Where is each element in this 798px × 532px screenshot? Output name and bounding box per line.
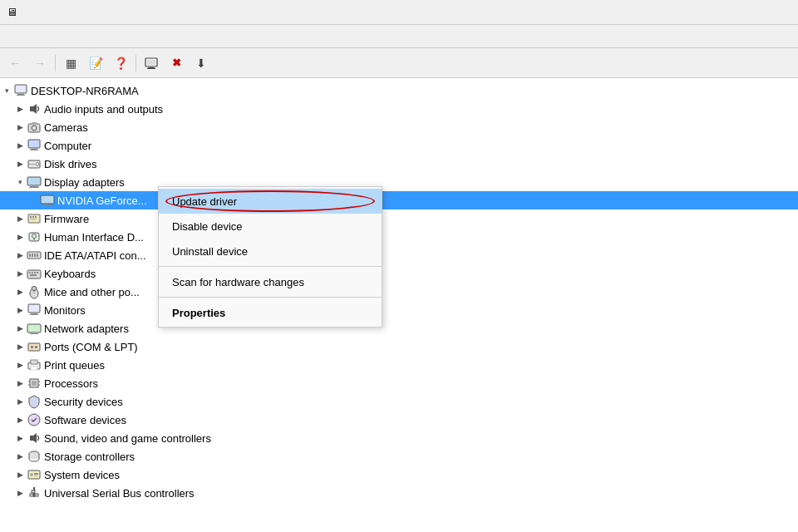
tree-item-systemdevices[interactable]: ▶ System devices xyxy=(0,466,798,484)
properties-button[interactable]: 📝 xyxy=(84,52,107,74)
tree-expand-monitors[interactable]: ▶ xyxy=(13,303,27,317)
menu-help[interactable] xyxy=(53,33,70,40)
menu-action[interactable] xyxy=(20,33,37,40)
tree-label-processors: Processors xyxy=(44,377,98,390)
svg-rect-24 xyxy=(30,216,32,218)
tree-icon-sound xyxy=(27,431,42,446)
menu-bar xyxy=(0,25,798,48)
ctx-item-disable-device[interactable]: Disable device xyxy=(159,214,382,239)
scan-button[interactable]: ⬇ xyxy=(190,52,213,74)
svg-rect-6 xyxy=(17,95,25,96)
tree-expand-ports[interactable]: ▶ xyxy=(13,340,27,353)
tree-expand-ide[interactable]: ▶ xyxy=(13,249,27,262)
forward-button[interactable]: → xyxy=(28,52,52,74)
uninstall-button[interactable]: ✖ xyxy=(165,52,188,74)
tree-item-ports[interactable]: ▶ Ports (COM & LPT) xyxy=(0,337,798,356)
tree-expand-hid[interactable]: ▶ xyxy=(13,230,27,244)
toolbar-separator-1 xyxy=(55,55,56,71)
tree-item-security[interactable]: ▶ Security devices xyxy=(0,392,798,411)
tree-label-security: Security devices xyxy=(44,396,123,408)
tree-item-ide[interactable]: ▶ IDE ATA/ATAPI con... xyxy=(0,246,798,264)
tree-item-network[interactable]: ▶ Network adapters xyxy=(0,319,798,337)
tree-icon-computer xyxy=(27,138,42,153)
tree-expand-sound[interactable]: ▶ xyxy=(13,431,27,445)
tree-icon-software xyxy=(27,412,42,427)
tree-item-computer[interactable]: ▶ Computer xyxy=(0,136,798,155)
tree-item-keyboards[interactable]: ▶ Keyboards xyxy=(0,264,798,283)
tree-item-displayadapters[interactable]: ▾ Display adapters xyxy=(0,173,798,191)
tree-item-cameras[interactable]: ▶ Cameras xyxy=(0,118,798,136)
tree-item-processors[interactable]: ▶ Processors xyxy=(0,374,798,392)
tree-expand-nvidia[interactable] xyxy=(27,194,40,207)
tree-icon-network xyxy=(27,321,42,336)
tree-item-sound[interactable]: ▶ Sound, video and game controllers xyxy=(0,429,798,447)
ctx-separator-uninstall-device xyxy=(159,266,382,267)
tree-label-diskdrives: Disk drives xyxy=(44,158,97,170)
tree-item-diskdrives[interactable]: ▶ Disk drives xyxy=(0,155,798,173)
svg-rect-41 xyxy=(30,274,37,276)
tree-item-firmware[interactable]: ▶ Firmware xyxy=(0,209,798,228)
update-driver-button[interactable] xyxy=(140,52,163,74)
tree-expand-mice[interactable]: ▶ xyxy=(13,285,27,298)
tree-expand-network[interactable]: ▶ xyxy=(13,322,27,335)
tree-label-software: Software devices xyxy=(44,414,126,426)
tree-item-audio[interactable]: ▶ Audio inputs and outputs xyxy=(0,100,798,118)
svg-rect-45 xyxy=(28,304,40,313)
tree-expand-root[interactable]: ▾ xyxy=(0,84,13,97)
tree-item-printqueues[interactable]: ▶ Print queues xyxy=(0,356,798,374)
tree-expand-computer[interactable]: ▶ xyxy=(13,139,27,152)
tree-panel[interactable]: ▾ DESKTOP-NR6RAMA ▶ Audio inputs and out… xyxy=(0,78,798,532)
tree-expand-security[interactable]: ▶ xyxy=(13,395,27,408)
tree-item-hid[interactable]: ▶ Human Interface D... xyxy=(0,228,798,246)
back-button[interactable]: ← xyxy=(3,52,27,74)
tree-label-sound: Sound, video and game controllers xyxy=(44,432,211,445)
tree-icon-diskdrives xyxy=(27,156,42,171)
tree-icon-processors xyxy=(27,376,42,391)
tree-item-storage[interactable]: ▶ Storage controllers xyxy=(0,447,798,466)
menu-view[interactable] xyxy=(37,33,53,40)
tree-item-root[interactable]: ▾ DESKTOP-NR6RAMA xyxy=(0,81,798,100)
tree-expand-diskdrives[interactable]: ▶ xyxy=(13,157,27,170)
svg-rect-34 xyxy=(34,254,36,257)
tree-expand-cameras[interactable]: ▶ xyxy=(13,121,27,134)
tree-expand-firmware[interactable]: ▶ xyxy=(13,212,27,225)
ctx-item-scan[interactable]: Scan for hardware changes xyxy=(159,269,382,294)
svg-marker-7 xyxy=(30,104,37,114)
ctx-item-update-driver[interactable]: Update driver xyxy=(159,189,382,214)
svg-rect-4 xyxy=(15,85,27,93)
tree-item-usb[interactable]: ▶ Universal Serial Bus controllers xyxy=(0,484,798,502)
svg-rect-2 xyxy=(147,68,155,69)
tree-expand-audio[interactable]: ▶ xyxy=(13,102,27,116)
tree-item-monitors[interactable]: ▶ Monitors xyxy=(0,301,798,319)
context-menu: Update driverDisable deviceUninstall dev… xyxy=(158,186,382,328)
tree-expand-printqueues[interactable]: ▶ xyxy=(13,358,27,372)
svg-rect-35 xyxy=(37,254,38,257)
tree-expand-usb[interactable]: ▶ xyxy=(13,486,27,500)
tree-icon-displayadapters xyxy=(27,175,42,190)
tree-expand-keyboards[interactable]: ▶ xyxy=(13,267,27,280)
tree-expand-systemdevices[interactable]: ▶ xyxy=(13,468,27,481)
ctx-item-uninstall-device[interactable]: Uninstall device xyxy=(159,239,382,264)
svg-rect-37 xyxy=(29,272,31,273)
tree-item-software[interactable]: ▶ Software devices xyxy=(0,411,798,429)
svg-rect-50 xyxy=(28,343,40,351)
tree-item-mice[interactable]: ▶ Mice and other po... xyxy=(0,283,798,301)
svg-marker-63 xyxy=(30,433,37,443)
svg-rect-54 xyxy=(31,360,37,364)
tree-expand-processors[interactable]: ▶ xyxy=(13,377,27,390)
help-button[interactable]: ❓ xyxy=(109,52,132,74)
svg-rect-20 xyxy=(41,195,54,204)
svg-rect-27 xyxy=(30,219,37,219)
tree-expand-displayadapters[interactable]: ▾ xyxy=(13,175,27,189)
menu-file[interactable] xyxy=(3,33,20,40)
show-hidden-button[interactable]: ▦ xyxy=(59,52,82,74)
tree-expand-software[interactable]: ▶ xyxy=(13,413,27,426)
ctx-item-properties[interactable]: Properties xyxy=(159,300,382,325)
toolbar: ← → ▦ 📝 ❓ ✖ ⬇ xyxy=(0,48,798,78)
svg-rect-13 xyxy=(30,150,38,150)
tree-expand-storage[interactable]: ▶ xyxy=(13,450,27,463)
tree-label-monitors: Monitors xyxy=(44,304,86,317)
tree-item-nvidia[interactable]: NVIDIA GeForce... xyxy=(0,191,798,209)
tree-label-systemdevices: System devices xyxy=(44,469,120,481)
svg-rect-65 xyxy=(29,454,39,459)
